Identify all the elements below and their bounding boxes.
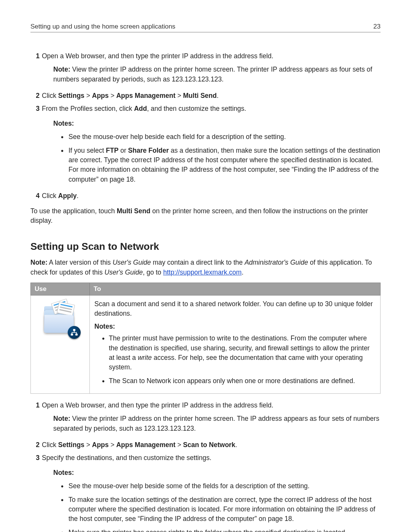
notes-list: See the mouse-over help beside some of t… (61, 481, 381, 532)
svg-rect-0 (73, 329, 75, 331)
list-item: See the mouse-over help beside some of t… (61, 481, 381, 491)
closing-paragraph: To use the application, touch Multi Send… (30, 206, 381, 226)
note-body: View the printer IP address on the print… (53, 415, 379, 432)
note-block: Note: View the printer IP address on the… (53, 65, 381, 84)
step-number: 3 (30, 453, 40, 532)
step-text: Click Settings > Apps > Apps Management … (42, 441, 237, 449)
step-text: Open a Web browser, and then type the pr… (42, 52, 273, 60)
list-item: If you select FTP or Share Folder as a d… (61, 146, 381, 185)
step-number: 1 (30, 401, 40, 437)
note-label: Note: (53, 415, 70, 422)
step-number: 1 (30, 51, 40, 88)
table-header-use: Use (31, 283, 90, 296)
list-item: Make sure the printer has access rights … (61, 528, 381, 532)
section-heading: Setting up Scan to Network (30, 241, 381, 252)
step-text: Click Settings > Apps > Apps Management … (42, 92, 218, 99)
page-header: Setting up and using the home screen app… (30, 23, 381, 32)
step-number: 4 (30, 191, 40, 201)
step-text: Specify the destinations, and then custo… (42, 454, 212, 462)
table-row: Scan a document and send it to a shared … (31, 296, 381, 394)
header-title: Setting up and using the home screen app… (30, 23, 175, 30)
note-block: Note: View the printer IP address on the… (53, 414, 381, 433)
note-body: View the printer IP address on the print… (53, 66, 372, 83)
network-icon (68, 326, 81, 339)
step-text: From the Profiles section, click Add, an… (42, 105, 246, 112)
step-text: Click Apply. (42, 192, 78, 200)
list-item: The Scan to Network icon appears only wh… (102, 376, 376, 386)
table-header-to: To (90, 283, 381, 296)
step-number: 2 (30, 440, 40, 450)
notes-list: The printer must have permission to writ… (102, 334, 376, 386)
notes-heading: Notes: (53, 119, 381, 128)
list-item: The printer must have permission to writ… (102, 334, 376, 372)
step-text: Open a Web browser, and then type the pr… (42, 401, 273, 409)
table-cell-description: Scan a document and send it to a shared … (90, 296, 381, 394)
page-number: 23 (373, 23, 381, 30)
steps-scan-to-network: 1 Open a Web browser, and then type the … (30, 401, 381, 532)
page: Setting up and using the home screen app… (0, 0, 411, 532)
notes-heading: Notes: (53, 468, 381, 478)
list-item: To make sure the location settings of th… (61, 495, 381, 524)
steps-multi-send: 1 Open a Web browser, and then type the … (30, 51, 381, 201)
feature-description: Scan a document and send it to a shared … (94, 299, 376, 319)
list-item: See the mouse‑over help beside each fiel… (61, 132, 381, 142)
notes-list: See the mouse‑over help beside each fiel… (61, 132, 381, 184)
support-link[interactable]: http://support.lexmark.com (163, 268, 242, 276)
svg-rect-2 (75, 334, 78, 335)
note-label: Note: (53, 66, 70, 73)
step-number: 3 (30, 104, 40, 189)
scan-to-network-folder-icon (41, 299, 79, 337)
section-intro: Note: A later version of this User's Gui… (30, 258, 381, 277)
notes-heading: Notes: (94, 322, 376, 331)
table-cell-icon (31, 296, 90, 394)
feature-table: Use To (30, 283, 381, 394)
svg-rect-1 (71, 334, 73, 335)
step-number: 2 (30, 91, 40, 101)
